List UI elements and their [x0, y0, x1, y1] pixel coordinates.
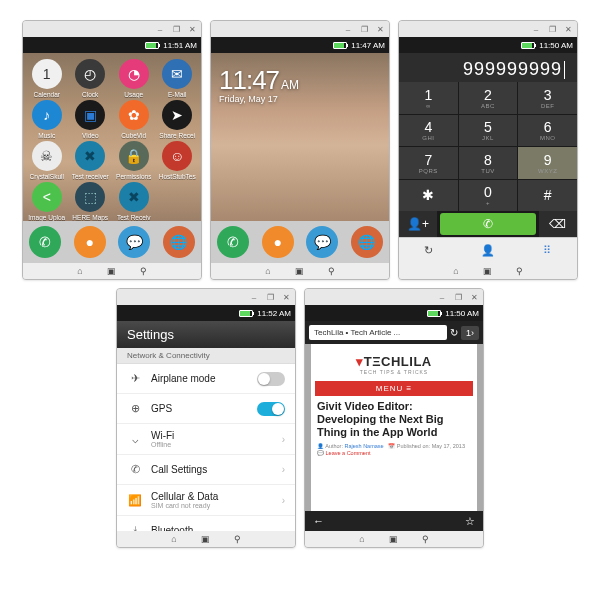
- tab-count-button[interactable]: 1›: [461, 326, 479, 340]
- web-page[interactable]: ▾TΞCHLILA TECH TIPS & TRICKS MENU ≡ Givi…: [305, 344, 483, 511]
- lock-time: 11:47: [219, 65, 279, 95]
- settings-row-gps[interactable]: ⊕ GPS: [117, 394, 295, 424]
- settings-row-call[interactable]: ✆ Call Settings ›: [117, 455, 295, 485]
- browser-back-button[interactable]: ←: [313, 515, 324, 527]
- nav-back-icon[interactable]: ▣: [389, 534, 398, 544]
- app-image-uploa[interactable]: <Image Uploa: [25, 182, 69, 221]
- battery-icon: [239, 310, 253, 317]
- dock-app[interactable]: 💬: [118, 226, 150, 258]
- dock-app[interactable]: 🌐: [163, 226, 195, 258]
- window-close-icon[interactable]: ✕: [563, 24, 573, 34]
- app-permissions[interactable]: 🔒Permissions: [112, 141, 156, 180]
- nav-back-icon[interactable]: ▣: [201, 534, 210, 544]
- window-max-icon[interactable]: ❐: [265, 292, 275, 302]
- airplane-toggle[interactable]: [257, 372, 285, 386]
- app-test-receiv[interactable]: ✖Test Receiv: [112, 182, 156, 221]
- app-music[interactable]: ♪Music: [25, 100, 69, 139]
- window-min-icon[interactable]: –: [343, 24, 353, 34]
- key-✱[interactable]: ✱: [399, 180, 458, 212]
- app-video[interactable]: ▣Video: [69, 100, 113, 139]
- tab-recent[interactable]: ↻: [399, 237, 458, 263]
- lockscreen-wallpaper[interactable]: 11:47AM Friday, May 17: [211, 53, 389, 221]
- reload-icon[interactable]: ↻: [450, 327, 458, 338]
- window-close-icon[interactable]: ✕: [375, 24, 385, 34]
- window-min-icon[interactable]: –: [437, 292, 447, 302]
- window-titlebar: – ❐ ✕: [23, 21, 201, 37]
- key-9[interactable]: 9WXYZ: [518, 147, 577, 179]
- dock-app[interactable]: 🌐: [351, 226, 383, 258]
- nav-home-icon[interactable]: ⌂: [171, 534, 176, 544]
- app-calendar[interactable]: 1Calendar: [25, 59, 69, 98]
- delete-digit-button[interactable]: ⌫: [539, 211, 577, 237]
- dock-app[interactable]: ●: [262, 226, 294, 258]
- key-7[interactable]: 7PQRS: [399, 147, 458, 179]
- nav-pin-icon[interactable]: ⚲: [422, 534, 429, 544]
- window-min-icon[interactable]: –: [249, 292, 259, 302]
- battery-icon: [427, 310, 441, 317]
- nav-pin-icon[interactable]: ⚲: [234, 534, 241, 544]
- nav-pin-icon[interactable]: ⚲: [328, 266, 335, 276]
- url-bar[interactable]: TechLila • Tech Article ...: [309, 325, 447, 340]
- window-max-icon[interactable]: ❐: [547, 24, 557, 34]
- app-usage[interactable]: ◔Usage: [112, 59, 156, 98]
- tab-keypad[interactable]: ⠿: [518, 237, 577, 263]
- nav-back-icon[interactable]: ▣: [107, 266, 116, 276]
- settings-row-bluetooth[interactable]: ᚼ Bluetooth: [117, 516, 295, 531]
- key-1[interactable]: 1∞: [399, 82, 458, 114]
- key-#[interactable]: #: [518, 180, 577, 212]
- dock-app[interactable]: ✆: [29, 226, 61, 258]
- status-time: 11:52 AM: [257, 309, 291, 318]
- key-3[interactable]: 3DEF: [518, 82, 577, 114]
- key-5[interactable]: 5JKL: [459, 115, 518, 147]
- settings-row-airplane[interactable]: ✈ Airplane mode: [117, 364, 295, 394]
- key-8[interactable]: 8TUV: [459, 147, 518, 179]
- app-cubevid[interactable]: ✿CubeVid: [112, 100, 156, 139]
- dock-app[interactable]: 💬: [306, 226, 338, 258]
- app-share-recei[interactable]: ➤Share Recei: [156, 100, 200, 139]
- app-here-maps[interactable]: ⬚HERE Maps: [69, 182, 113, 221]
- signal-icon: 📶: [127, 494, 143, 507]
- key-2[interactable]: 2ABC: [459, 82, 518, 114]
- app-clock[interactable]: ◴Clock: [69, 59, 113, 98]
- add-contact-button[interactable]: 👤+: [399, 211, 437, 237]
- nav-home-icon[interactable]: ⌂: [359, 534, 364, 544]
- nav-home-icon[interactable]: ⌂: [453, 266, 458, 276]
- phone-settings: – ❐ ✕ 11:52 AM Settings Network & Connec…: [116, 288, 296, 548]
- window-close-icon[interactable]: ✕: [281, 292, 291, 302]
- site-menu-button[interactable]: MENU ≡: [315, 381, 473, 396]
- nav-back-icon[interactable]: ▣: [295, 266, 304, 276]
- dock-app[interactable]: ●: [74, 226, 106, 258]
- site-logo: ▾TΞCHLILA: [315, 354, 473, 369]
- key-4[interactable]: 4GHI: [399, 115, 458, 147]
- dock-app[interactable]: ✆: [217, 226, 249, 258]
- key-6[interactable]: 6MNO: [518, 115, 577, 147]
- tab-contacts[interactable]: 👤: [458, 237, 517, 263]
- window-close-icon[interactable]: ✕: [469, 292, 479, 302]
- call-button[interactable]: ✆: [440, 213, 536, 235]
- nav-pin-icon[interactable]: ⚲: [516, 266, 523, 276]
- row-label: Airplane mode: [151, 373, 249, 384]
- app-test-receiver[interactable]: ✖Test receiver: [69, 141, 113, 180]
- nav-home-icon[interactable]: ⌂: [265, 266, 270, 276]
- gps-toggle[interactable]: [257, 402, 285, 416]
- app-label: Share Recei: [159, 132, 195, 139]
- window-max-icon[interactable]: ❐: [453, 292, 463, 302]
- window-min-icon[interactable]: –: [155, 24, 165, 34]
- app-crystalskull[interactable]: ☠CrystalSkull: [25, 141, 69, 180]
- app-hoststubtes[interactable]: ☺HostStubTes: [156, 141, 200, 180]
- settings-row-cellular[interactable]: 📶 Cellular & DataSIM card not ready ›: [117, 485, 295, 516]
- nav-home-icon[interactable]: ⌂: [77, 266, 82, 276]
- status-time: 11:47 AM: [351, 41, 385, 50]
- bookmark-star-button[interactable]: ☆: [465, 515, 475, 528]
- key-0[interactable]: 0+: [459, 180, 518, 212]
- settings-row-wifi[interactable]: ⌵ Wi-FiOffline ›: [117, 424, 295, 455]
- window-min-icon[interactable]: –: [531, 24, 541, 34]
- app-e-mail[interactable]: ✉E-Mail: [156, 59, 200, 98]
- window-close-icon[interactable]: ✕: [187, 24, 197, 34]
- nav-back-icon[interactable]: ▣: [483, 266, 492, 276]
- window-max-icon[interactable]: ❐: [171, 24, 181, 34]
- site-tagline: TECH TIPS & TRICKS: [315, 369, 473, 375]
- nav-pin-icon[interactable]: ⚲: [140, 266, 147, 276]
- row-label: Bluetooth: [151, 525, 285, 531]
- window-max-icon[interactable]: ❐: [359, 24, 369, 34]
